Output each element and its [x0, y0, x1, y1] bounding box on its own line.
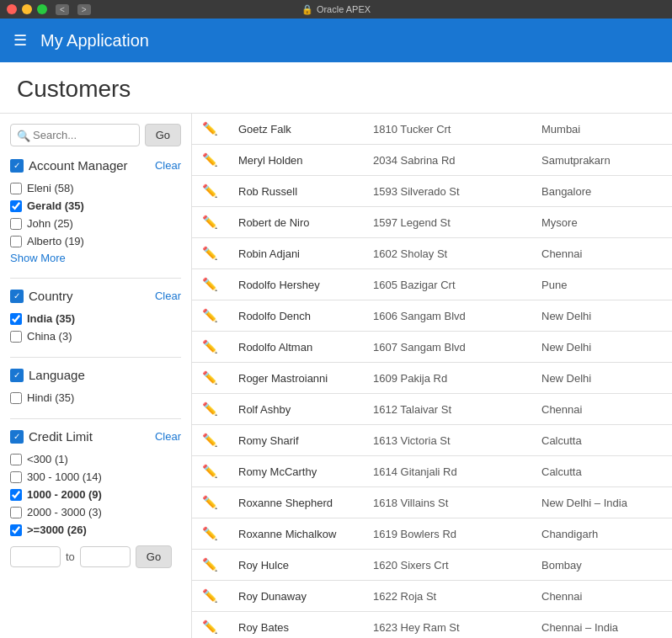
edit-cell[interactable]: ✏️: [192, 487, 228, 518]
john-checkbox[interactable]: [10, 218, 22, 230]
customer-name: Robin Adjani: [228, 238, 363, 269]
edit-icon[interactable]: ✏️: [202, 339, 218, 354]
edit-cell[interactable]: ✏️: [192, 269, 228, 300]
forward-button[interactable]: >: [77, 4, 91, 15]
customer-city: Mumbai: [531, 114, 672, 145]
customer-city: Bombay: [531, 550, 672, 581]
eleni-label: Eleni (58): [27, 182, 74, 194]
india-label: India (35): [27, 312, 75, 325]
india-checkbox[interactable]: [10, 313, 22, 325]
china-checkbox[interactable]: [10, 331, 22, 343]
edit-cell[interactable]: ✏️: [192, 145, 228, 176]
customer-city: Chennai – India: [531, 612, 672, 639]
credit-limit-range-row: to Go: [10, 545, 181, 568]
customer-name: Roy Bates: [228, 612, 363, 639]
table-row: ✏️ Goetz Falk 1810 Tucker Crt Mumbai: [192, 114, 672, 145]
customer-name: Rodolfo Hershey: [228, 269, 363, 300]
300-1000-checkbox[interactable]: [10, 471, 22, 483]
page-title: Customers: [0, 62, 672, 114]
credit-limit-from-input[interactable]: [10, 546, 61, 567]
edit-cell[interactable]: ✏️: [192, 114, 228, 145]
john-label: John (25): [27, 217, 73, 230]
edit-cell[interactable]: ✏️: [192, 238, 228, 269]
edit-icon[interactable]: ✏️: [202, 464, 218, 478]
edit-cell[interactable]: ✏️: [192, 332, 228, 363]
alberto-checkbox[interactable]: [10, 236, 22, 247]
edit-icon[interactable]: ✏️: [202, 246, 218, 260]
gte3000-checkbox[interactable]: [10, 524, 22, 536]
gerald-checkbox[interactable]: [10, 200, 22, 212]
account-manager-clear-button[interactable]: Clear: [155, 159, 181, 172]
customer-address: 1620 Sixers Crt: [363, 550, 531, 581]
customer-city: Samutprakarn: [531, 145, 672, 176]
edit-cell[interactable]: ✏️: [192, 363, 228, 394]
edit-cell[interactable]: ✏️: [192, 581, 228, 612]
app-title: My Application: [40, 31, 149, 51]
edit-icon[interactable]: ✏️: [202, 526, 218, 540]
nav-bar: ☰ My Application: [0, 19, 672, 62]
edit-cell[interactable]: ✏️: [192, 207, 228, 238]
account-manager-show-more-button[interactable]: Show More: [10, 250, 66, 266]
edit-cell[interactable]: ✏️: [192, 425, 228, 456]
customer-city: Chennai: [531, 581, 672, 612]
customer-city: Chennai: [531, 238, 672, 269]
filter-item-lt300: <300 (1): [10, 450, 181, 468]
back-button[interactable]: <: [56, 4, 69, 15]
edit-cell[interactable]: ✏️: [192, 612, 228, 639]
filter-item-gerald: Gerald (35): [10, 197, 181, 215]
credit-limit-checked-icon: ✓: [10, 430, 24, 444]
lt300-checkbox[interactable]: [10, 454, 22, 465]
edit-icon[interactable]: ✏️: [202, 433, 218, 447]
customer-city: New Delhi: [531, 300, 672, 332]
customer-address: 1612 Talaivar St: [363, 394, 531, 425]
edit-icon[interactable]: ✏️: [202, 152, 218, 167]
edit-icon[interactable]: ✏️: [202, 183, 218, 198]
country-title: Country: [29, 289, 73, 303]
search-go-button[interactable]: Go: [145, 124, 181, 146]
hindi-checkbox[interactable]: [10, 392, 22, 404]
gerald-label: Gerald (35): [27, 199, 84, 212]
filter-item-eleni: Eleni (58): [10, 179, 181, 197]
close-button[interactable]: [7, 4, 17, 14]
customer-address: 1607 Sangam Blvd: [363, 332, 531, 363]
hamburger-icon[interactable]: ☰: [13, 31, 27, 50]
eleni-checkbox[interactable]: [10, 183, 22, 194]
title-bar: < > 🔒 Oracle APEX: [0, 0, 672, 19]
maximize-button[interactable]: [37, 4, 47, 14]
2000-3000-checkbox[interactable]: [10, 507, 22, 518]
edit-icon[interactable]: ✏️: [202, 370, 218, 385]
edit-icon[interactable]: ✏️: [202, 557, 218, 572]
edit-cell[interactable]: ✏️: [192, 456, 228, 487]
table-row: ✏️ Roger Mastroianni 1609 Pakija Rd New …: [192, 363, 672, 394]
customer-name: Robert de Niro: [228, 207, 363, 238]
minimize-button[interactable]: [22, 4, 32, 14]
edit-cell[interactable]: ✏️: [192, 300, 228, 332]
customer-city: Calcutta: [531, 456, 672, 487]
edit-icon[interactable]: ✏️: [202, 121, 218, 136]
customer-address: 1810 Tucker Crt: [363, 114, 531, 145]
1000-2000-checkbox[interactable]: [10, 489, 22, 501]
credit-limit-to-input[interactable]: [80, 546, 131, 567]
credit-limit-go-button[interactable]: Go: [136, 545, 172, 568]
credit-limit-clear-button[interactable]: Clear: [155, 430, 181, 443]
edit-cell[interactable]: ✏️: [192, 176, 228, 207]
edit-icon[interactable]: ✏️: [202, 277, 218, 291]
country-filter: ✓ Country Clear India (35) China (3): [10, 289, 181, 345]
edit-cell[interactable]: ✏️: [192, 518, 228, 550]
table-row: ✏️ Romy Sharif 1613 Victoria St Calcutta: [192, 425, 672, 456]
country-checked-icon: ✓: [10, 290, 24, 303]
country-clear-button[interactable]: Clear: [155, 290, 181, 302]
edit-cell[interactable]: ✏️: [192, 550, 228, 581]
edit-icon[interactable]: ✏️: [202, 495, 218, 509]
customer-city: Chennai: [531, 394, 672, 425]
edit-icon[interactable]: ✏️: [202, 588, 218, 603]
edit-icon[interactable]: ✏️: [202, 215, 218, 229]
customer-city: Bangalore: [531, 176, 672, 207]
customer-name: Rodolfo Altman: [228, 332, 363, 363]
edit-icon[interactable]: ✏️: [202, 308, 218, 322]
edit-icon[interactable]: ✏️: [202, 401, 218, 416]
customer-name: Meryl Holden: [228, 145, 363, 176]
edit-cell[interactable]: ✏️: [192, 394, 228, 425]
alberto-label: Alberto (19): [27, 235, 84, 247]
edit-icon[interactable]: ✏️: [202, 619, 218, 634]
